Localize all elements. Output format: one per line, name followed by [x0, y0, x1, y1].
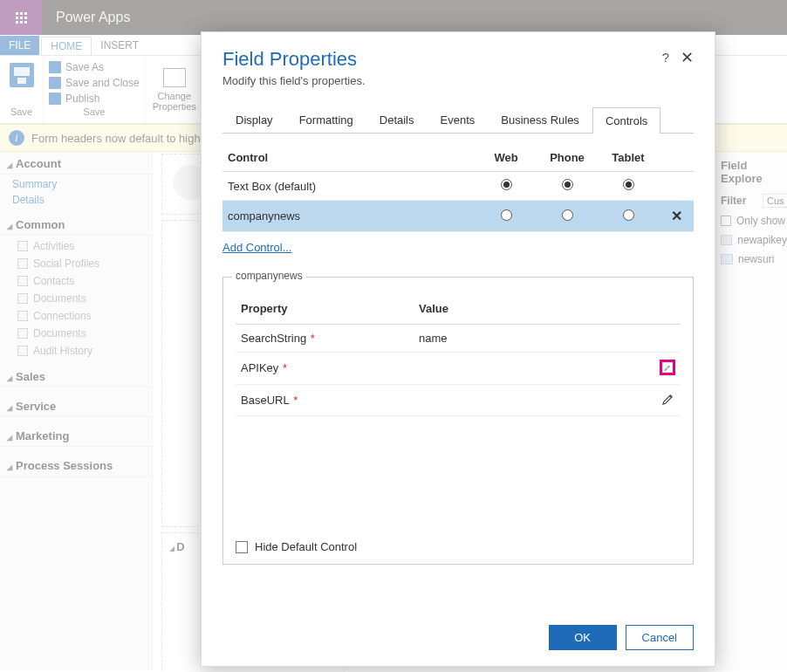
control-row[interactable]: Text Box (default) [222, 172, 694, 201]
dialog-tab-formatting[interactable]: Formatting [286, 106, 366, 133]
remove-control-button[interactable]: ✕ [671, 209, 682, 223]
radio-web[interactable] [501, 179, 512, 190]
col-control: Control [222, 144, 476, 172]
edit-property-button[interactable] [660, 392, 675, 408]
dialog-title: Field Properties [222, 48, 694, 71]
required-icon: * [291, 394, 298, 407]
required-icon: * [307, 332, 315, 345]
radio-tablet[interactable] [623, 209, 634, 221]
property-row: SearchString *name [236, 325, 681, 353]
col-property: Property [236, 293, 414, 325]
add-control-link[interactable]: Add Control... [222, 241, 292, 254]
dialog-tab-display[interactable]: Display [222, 106, 286, 133]
edit-property-button[interactable] [660, 360, 675, 375]
hide-default-label: Hide Default Control [255, 540, 357, 553]
ok-button[interactable]: OK [549, 625, 617, 650]
col-web: Web [476, 144, 537, 172]
dialog-tab-events[interactable]: Events [428, 106, 489, 133]
control-row[interactable]: companynews✕ [222, 201, 694, 232]
property-row: BaseURL * [236, 384, 681, 416]
property-row: APIKey * [236, 353, 681, 385]
help-button[interactable]: ? [662, 50, 669, 65]
dialog-tab-business-rules[interactable]: Business Rules [488, 106, 592, 133]
property-name: BaseURL [241, 394, 290, 407]
dialog-tab-details[interactable]: Details [366, 106, 428, 133]
control-properties-panel: companynews Property Value SearchString … [222, 277, 694, 565]
property-value [414, 384, 637, 416]
property-value [414, 353, 637, 385]
dialog-subtitle: Modify this field's properties. [222, 74, 694, 87]
dialog-tab-controls[interactable]: Controls [592, 107, 660, 134]
required-icon: * [279, 361, 287, 374]
col-phone: Phone [537, 144, 598, 172]
col-value: Value [414, 293, 637, 325]
property-name: APIKey [241, 361, 278, 374]
dialog-tabs: DisplayFormattingDetailsEventsBusiness R… [222, 106, 694, 134]
control-name: Text Box (default) [222, 172, 476, 201]
property-value: name [414, 325, 637, 353]
properties-table: Property Value SearchString *nameAPIKey … [236, 293, 681, 416]
field-properties-dialog: Field Properties Modify this field's pro… [201, 31, 715, 667]
controls-table: Control Web Phone Tablet Text Box (defau… [222, 144, 694, 232]
radio-phone[interactable] [562, 179, 573, 190]
radio-web[interactable] [501, 209, 512, 221]
radio-phone[interactable] [562, 209, 573, 221]
col-tablet: Tablet [598, 144, 659, 172]
hide-default-checkbox[interactable] [236, 541, 248, 553]
property-name: SearchString [241, 332, 306, 345]
close-button[interactable]: ✕ [681, 48, 694, 67]
radio-tablet[interactable] [623, 179, 634, 190]
control-name: companynews [222, 201, 476, 232]
properties-legend: companynews [232, 270, 306, 282]
cancel-button[interactable]: Cancel [626, 625, 694, 650]
